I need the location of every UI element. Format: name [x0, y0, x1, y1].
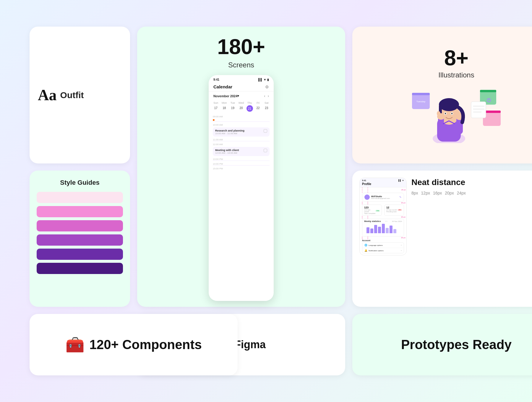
- neat-phone-signal: ▌▌ ▼: [398, 179, 404, 181]
- main-container: Aa Outfit Style Guides 180+ Screens 9:41…: [18, 15, 514, 387]
- calendar-month-row: November 2024 ▾ ‹ ›: [209, 91, 274, 100]
- time-label-14: 14:00 PM: [209, 163, 274, 165]
- day-wed: Wed: [237, 100, 246, 105]
- language-arrow[interactable]: ›: [401, 244, 402, 247]
- bar-chart: [364, 223, 402, 235]
- day-mon: Mon: [220, 100, 229, 105]
- svg-point-12: [488, 99, 489, 100]
- language-label: Language options: [369, 244, 383, 246]
- timeline-divider-3: [213, 161, 270, 161]
- notification-arrow[interactable]: ›: [401, 249, 402, 252]
- neat-sizes-list: 8px 12px 16px 20px 24px: [411, 191, 466, 195]
- stat-pending: 12: [386, 206, 402, 209]
- event-2-checkbox[interactable]: [264, 149, 267, 152]
- card-screens: 180+ Screens 9:41 ▌▌ ▼ ▮ Calendar ⚙ Nove…: [137, 27, 345, 307]
- screens-label: Screens: [228, 61, 254, 69]
- time-label-12: 12:00 AM: [209, 143, 274, 146]
- bar-3: [374, 225, 377, 233]
- svg-point-20: [445, 113, 446, 114]
- svg-rect-2: [412, 93, 430, 95]
- cal-19[interactable]: 19: [228, 105, 237, 112]
- weekly-nav[interactable]: ‹ ›: [385, 220, 387, 222]
- components-label: 120+ Components: [89, 337, 202, 352]
- font-name: Outfit: [60, 90, 84, 100]
- cal-prev[interactable]: ‹: [264, 94, 265, 98]
- cal-20[interactable]: 20: [237, 105, 246, 112]
- cal-23[interactable]: 23: [262, 105, 271, 112]
- cal-22[interactable]: 22: [254, 105, 262, 112]
- stat-tasks-label: 132 last month: [364, 209, 375, 213]
- notification-icon: 🔔: [364, 249, 367, 252]
- size-8px: 8px: [411, 191, 418, 195]
- stat-pending-badge: -8%: [398, 209, 402, 211]
- bar-1: [366, 227, 369, 233]
- toolbox-icon: 🧰: [65, 336, 85, 354]
- neat-profile-title: Profile: [362, 181, 404, 186]
- size-12px: 12px: [421, 191, 430, 195]
- svg-rect-4: [480, 90, 496, 92]
- style-guides-title: Style Guides: [60, 179, 99, 187]
- svg-text:Tuesday: Tuesday: [416, 100, 425, 103]
- svg-rect-7: [471, 102, 486, 118]
- time-label-11: 11:00 AM: [209, 138, 274, 141]
- account-label: Account: [362, 239, 404, 241]
- bar-8: [393, 229, 396, 233]
- card-font: Aa Outfit: [30, 27, 130, 163]
- neat-phone-mockup: 9:41 ▌▌ ▼ Profile 20 px MVFStudio MVFStu…: [359, 178, 407, 255]
- neat-distance-info: Neat distance 8px 12px 16px 20px 24px: [411, 178, 466, 195]
- cal-17[interactable]: 17: [212, 105, 220, 112]
- figma-label: Figma: [234, 338, 266, 351]
- language-icon: 🌐: [364, 244, 367, 247]
- profile-email: MVFStudio@gmail.com: [371, 197, 390, 199]
- cal-18[interactable]: 18: [220, 105, 229, 112]
- timeline-divider-1: [213, 121, 270, 122]
- event-meeting[interactable]: Meeting with client 12:00 AM - 13:00 AM: [213, 147, 270, 156]
- stat-tasks-badge: -5%: [375, 210, 380, 212]
- stat-tasks: 123: [364, 206, 380, 209]
- calendar-title: Calendar: [213, 84, 232, 89]
- day-thu: Thu: [245, 100, 254, 105]
- day-tue: Tue: [228, 100, 237, 105]
- card-neat-distance: 9:41 ▌▌ ▼ Profile 20 px MVFStudio MVFStu…: [352, 171, 532, 307]
- bar-5: [382, 224, 385, 233]
- phone-calendar-header: Calendar ⚙: [209, 82, 274, 91]
- notification-label: Notification options: [369, 250, 384, 252]
- size-20px: 20px: [445, 191, 454, 195]
- swatch-6: [37, 263, 123, 274]
- calendar-month: November 2024: [213, 94, 237, 98]
- card-illustrations: 8+ Illustrations Tuesday: [352, 27, 532, 163]
- time-label-9: 09:00 AM: [209, 115, 274, 118]
- cal-21-active[interactable]: 21: [246, 105, 253, 112]
- card-style-guides: Style Guides: [30, 171, 130, 307]
- svg-point-22: [451, 113, 452, 114]
- timeline-divider-2: [213, 141, 270, 141]
- bar-4: [378, 227, 381, 233]
- illustrations-count: 8+: [444, 47, 468, 69]
- prototypes-label: Prototypes Ready: [401, 337, 512, 352]
- card-components: 🧰 120+ Components: [30, 314, 238, 375]
- weekly-label: Weekly statistics: [364, 220, 381, 222]
- event-2-time: 12:00 AM - 13:00 AM: [215, 152, 239, 154]
- calendar-dropdown-icon[interactable]: ▾: [237, 94, 239, 98]
- stat-pending-sub: Pending task: [386, 211, 402, 213]
- svg-point-16: [439, 98, 459, 111]
- swatch-3: [37, 220, 123, 231]
- event-1-time: 10:00 AM - 11:00 AM: [215, 132, 244, 135]
- event-2-title: Meeting with client: [215, 149, 239, 152]
- swatch-2: [37, 206, 123, 217]
- calendar-days: 17 18 19 20 21 22 23: [209, 105, 274, 112]
- swatch-5: [37, 249, 123, 260]
- phone-calendar-mockup: 9:41 ▌▌ ▼ ▮ Calendar ⚙ November 2024 ▾ ‹…: [209, 75, 274, 301]
- edit-icon[interactable]: ✎: [399, 196, 402, 199]
- event-research[interactable]: Research and planning 10:00 AM - 11:00 A…: [213, 127, 270, 137]
- bar-2: [370, 228, 373, 233]
- event-1-checkbox[interactable]: [264, 129, 267, 133]
- illustration-image: Tuesday: [361, 84, 532, 143]
- time-label-15: 15:00 PM: [209, 167, 274, 170]
- stat-tasks-sub: Task complete: [364, 213, 380, 214]
- settings-icon[interactable]: ⚙: [265, 85, 269, 89]
- card-prototypes: Prototypes Ready: [352, 314, 532, 375]
- phone-icons: ▌▌ ▼ ▮: [258, 78, 269, 81]
- svg-point-28: [437, 113, 445, 120]
- cal-next[interactable]: ›: [268, 94, 269, 98]
